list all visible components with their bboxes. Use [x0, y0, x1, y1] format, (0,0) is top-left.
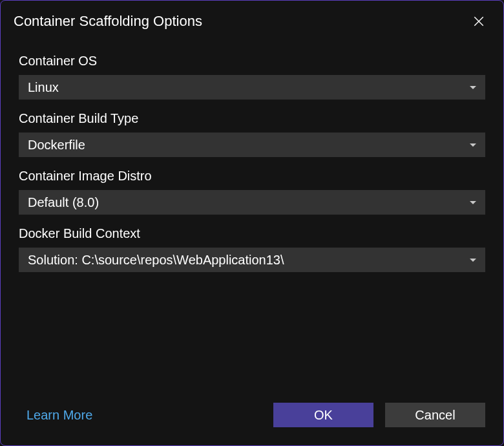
learn-more-link[interactable]: Learn More — [26, 408, 92, 423]
close-button[interactable] — [470, 12, 488, 30]
field-container-os: Container OS Linux — [19, 54, 485, 100]
build-context-label: Docker Build Context — [19, 226, 485, 241]
field-build-context: Docker Build Context Solution: C:\source… — [19, 226, 485, 272]
container-os-value: Linux — [28, 80, 59, 95]
build-type-label: Container Build Type — [19, 111, 485, 126]
chevron-down-icon — [470, 201, 476, 204]
cancel-button[interactable]: Cancel — [385, 403, 485, 427]
ok-button[interactable]: OK — [273, 403, 373, 427]
image-distro-label: Container Image Distro — [19, 169, 485, 184]
build-context-dropdown[interactable]: Solution: C:\source\repos\WebApplication… — [19, 248, 485, 272]
build-type-value: Dockerfile — [28, 138, 85, 153]
build-context-value: Solution: C:\source\repos\WebApplication… — [28, 253, 284, 268]
chevron-down-icon — [470, 86, 476, 89]
close-icon — [473, 16, 485, 27]
dialog-title: Container Scaffolding Options — [14, 13, 202, 30]
titlebar: Container Scaffolding Options — [1, 1, 503, 42]
container-os-dropdown[interactable]: Linux — [19, 75, 485, 100]
image-distro-dropdown[interactable]: Default (8.0) — [19, 190, 485, 215]
field-image-distro: Container Image Distro Default (8.0) — [19, 169, 485, 215]
chevron-down-icon — [470, 143, 476, 147]
build-type-dropdown[interactable]: Dockerfile — [19, 133, 485, 157]
dialog-footer: Learn More OK Cancel — [1, 403, 503, 445]
field-build-type: Container Build Type Dockerfile — [19, 111, 485, 157]
chevron-down-icon — [470, 259, 476, 262]
image-distro-value: Default (8.0) — [28, 195, 99, 210]
dialog-content: Container OS Linux Container Build Type … — [1, 42, 503, 403]
container-os-label: Container OS — [19, 54, 485, 69]
